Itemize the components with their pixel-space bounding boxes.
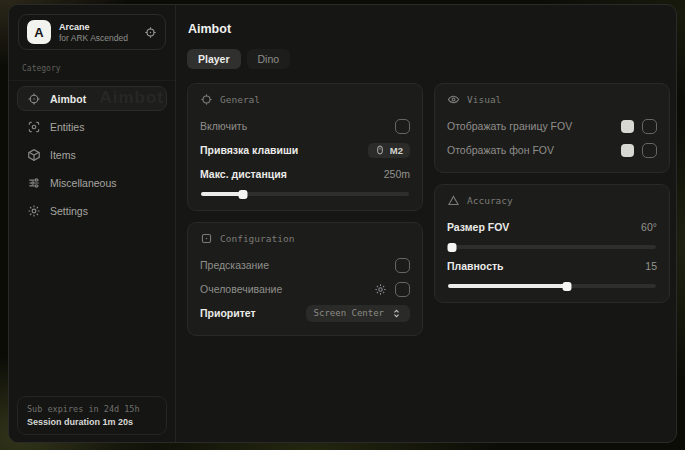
fov-border-row: Отображать границу FOV xyxy=(447,115,657,137)
app-header: A Arcane for ARK Ascended xyxy=(18,14,166,50)
prediction-label: Предсказание xyxy=(200,259,269,271)
priority-select[interactable]: Screen Center xyxy=(306,305,410,322)
app-title: Arcane xyxy=(59,22,128,32)
distance-slider-thumb[interactable] xyxy=(238,190,247,199)
sidebar-item-miscellaneous[interactable]: Miscellaneous xyxy=(17,170,167,195)
smoothness-slider-fill xyxy=(448,284,567,288)
sidebar-item-settings[interactable]: Settings xyxy=(17,198,167,223)
enable-row: Включить xyxy=(200,115,410,137)
fov-size-row: Размер FOV 60° xyxy=(447,216,657,238)
target-icon[interactable] xyxy=(144,26,157,39)
category-label: Category xyxy=(9,56,175,81)
fov-bg-row: Отображать фон FOV xyxy=(447,139,657,161)
fov-size-label: Размер FOV xyxy=(447,221,509,233)
keybind-label: Привязка клавиши xyxy=(200,144,298,156)
fov-border-label: Отображать границу FOV xyxy=(447,120,572,132)
fov-bg-checkbox[interactable] xyxy=(642,143,657,158)
session-duration-text: Session duration 1m 20s xyxy=(27,417,157,427)
enable-label: Включить xyxy=(200,120,247,132)
accuracy-card: Accuracy Размер FOV 60° Плавность 15 xyxy=(434,184,670,303)
humanize-row: Очеловечивание xyxy=(200,278,410,300)
module-icon xyxy=(200,232,213,245)
app-subtitle: for ARK Ascended xyxy=(59,33,128,43)
gear-icon xyxy=(27,204,41,218)
smoothness-row: Плавность 15 xyxy=(447,255,657,277)
general-card-title: General xyxy=(220,94,260,105)
page-title: Aimbot xyxy=(188,22,670,36)
visual-card-title: Visual xyxy=(467,94,501,105)
fov-size-slider-thumb[interactable] xyxy=(448,243,457,252)
triangle-icon xyxy=(447,194,460,207)
sliders-icon xyxy=(27,176,41,190)
accuracy-card-header: Accuracy xyxy=(447,194,657,207)
visual-card: Visual Отображать границу FOV Отображать… xyxy=(434,83,670,173)
fov-border-checkbox[interactable] xyxy=(642,119,657,134)
subscription-info: Sub expires in 24d 15h Session duration … xyxy=(17,396,167,435)
general-card: General Включить Привязка клавиши M2 xyxy=(187,83,423,211)
configuration-card-title: Configuration xyxy=(220,233,294,244)
sidebar-item-label: Aimbot xyxy=(50,93,86,105)
visual-card-header: Visual xyxy=(447,93,657,106)
eye-icon xyxy=(447,93,460,106)
fov-bg-label: Отображать фон FOV xyxy=(447,144,554,156)
sidebar: A Arcane for ARK Ascended Category Aimbo… xyxy=(9,5,176,442)
general-card-header: General xyxy=(200,93,410,106)
priority-label: Приоритет xyxy=(200,307,256,319)
priority-select-value: Screen Center xyxy=(314,308,384,318)
keybind-row: Привязка клавиши M2 xyxy=(200,139,410,161)
humanize-label: Очеловечивание xyxy=(200,283,282,295)
sidebar-item-label: Items xyxy=(50,149,76,161)
sidebar-item-entities[interactable]: Entities xyxy=(17,114,167,139)
enable-checkbox[interactable] xyxy=(395,119,410,134)
keybind-button[interactable]: M2 xyxy=(368,143,410,158)
humanize-settings-gear-icon[interactable] xyxy=(374,283,387,296)
distance-slider[interactable] xyxy=(201,192,409,196)
configuration-card-header: Configuration xyxy=(200,232,410,245)
fov-bg-color-swatch[interactable] xyxy=(621,144,634,157)
distance-value: 250m xyxy=(384,168,410,180)
entity-scan-icon xyxy=(27,120,41,134)
main-panel: Aimbot Player Dino General Включить xyxy=(176,5,677,442)
smoothness-slider[interactable] xyxy=(448,284,656,288)
package-icon xyxy=(27,148,41,162)
sidebar-item-aimbot[interactable]: Aimbot Aimbot xyxy=(17,86,167,111)
humanize-checkbox[interactable] xyxy=(395,282,410,297)
distance-row: Макс. дистанция 250m xyxy=(200,163,410,185)
smoothness-value: 15 xyxy=(645,260,657,272)
configuration-card: Configuration Предсказание Очеловечивани… xyxy=(187,222,423,336)
keybind-value: M2 xyxy=(390,145,403,156)
fov-size-value: 60° xyxy=(641,221,657,233)
distance-label: Макс. дистанция xyxy=(200,168,287,180)
tab-bar: Player Dino xyxy=(187,49,670,69)
distance-slider-fill xyxy=(201,192,243,196)
crosshair-icon xyxy=(27,92,41,106)
sidebar-item-items[interactable]: Items xyxy=(17,142,167,167)
sidebar-item-label: Miscellaneous xyxy=(50,177,117,189)
aimbot-watermark: Aimbot xyxy=(99,88,164,108)
smoothness-label: Плавность xyxy=(447,260,504,272)
app-logo: A xyxy=(27,20,51,44)
app-window: A Arcane for ARK Ascended Category Aimbo… xyxy=(8,4,677,443)
accuracy-card-title: Accuracy xyxy=(467,195,513,206)
sub-expires-text: Sub expires in 24d 15h xyxy=(27,404,157,414)
fov-border-color-swatch[interactable] xyxy=(621,120,634,133)
tab-dino[interactable]: Dino xyxy=(247,49,291,69)
prediction-checkbox[interactable] xyxy=(395,258,410,273)
priority-row: Приоритет Screen Center xyxy=(200,302,410,324)
tab-player[interactable]: Player xyxy=(187,49,241,69)
chevrons-up-down-icon xyxy=(391,308,402,319)
fov-size-slider[interactable] xyxy=(448,245,656,249)
prediction-row: Предсказание xyxy=(200,254,410,276)
sidebar-nav: Aimbot Aimbot Entities Items Miscellane xyxy=(9,86,175,223)
smoothness-slider-thumb[interactable] xyxy=(562,282,571,291)
scan-icon xyxy=(200,93,213,106)
sidebar-item-label: Entities xyxy=(50,121,84,133)
mouse-icon xyxy=(375,145,385,155)
sidebar-item-label: Settings xyxy=(50,205,88,217)
desktop-background: { "app": { "logo_letter": "A", "title": … xyxy=(0,0,685,450)
